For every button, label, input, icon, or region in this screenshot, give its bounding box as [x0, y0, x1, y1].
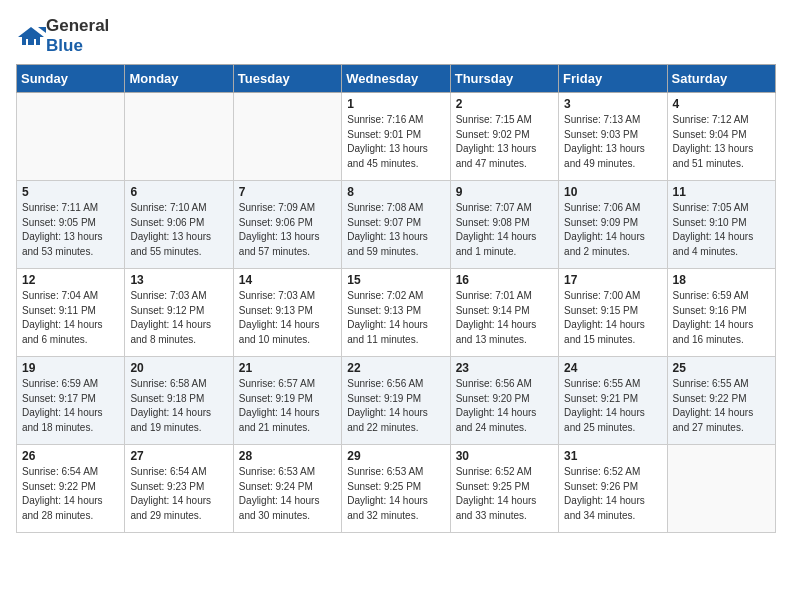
- day-number: 20: [130, 361, 227, 375]
- day-number: 5: [22, 185, 119, 199]
- logo: General Blue: [16, 16, 109, 56]
- calendar-week-row: 1Sunrise: 7:16 AM Sunset: 9:01 PM Daylig…: [17, 93, 776, 181]
- weekday-header-sunday: Sunday: [17, 65, 125, 93]
- calendar-cell: 25Sunrise: 6:55 AM Sunset: 9:22 PM Dayli…: [667, 357, 775, 445]
- day-info: Sunrise: 7:13 AM Sunset: 9:03 PM Dayligh…: [564, 113, 661, 171]
- day-info: Sunrise: 7:06 AM Sunset: 9:09 PM Dayligh…: [564, 201, 661, 259]
- day-info: Sunrise: 7:04 AM Sunset: 9:11 PM Dayligh…: [22, 289, 119, 347]
- weekday-header-friday: Friday: [559, 65, 667, 93]
- calendar-cell: 11Sunrise: 7:05 AM Sunset: 9:10 PM Dayli…: [667, 181, 775, 269]
- day-number: 29: [347, 449, 444, 463]
- day-number: 26: [22, 449, 119, 463]
- day-info: Sunrise: 6:54 AM Sunset: 9:23 PM Dayligh…: [130, 465, 227, 523]
- day-number: 22: [347, 361, 444, 375]
- calendar-cell: 9Sunrise: 7:07 AM Sunset: 9:08 PM Daylig…: [450, 181, 558, 269]
- day-number: 3: [564, 97, 661, 111]
- calendar-cell: [233, 93, 341, 181]
- day-info: Sunrise: 7:12 AM Sunset: 9:04 PM Dayligh…: [673, 113, 770, 171]
- day-info: Sunrise: 6:53 AM Sunset: 9:25 PM Dayligh…: [347, 465, 444, 523]
- day-number: 11: [673, 185, 770, 199]
- calendar-cell: 5Sunrise: 7:11 AM Sunset: 9:05 PM Daylig…: [17, 181, 125, 269]
- day-number: 10: [564, 185, 661, 199]
- day-info: Sunrise: 7:03 AM Sunset: 9:13 PM Dayligh…: [239, 289, 336, 347]
- weekday-header-saturday: Saturday: [667, 65, 775, 93]
- day-number: 27: [130, 449, 227, 463]
- day-number: 7: [239, 185, 336, 199]
- calendar-cell: [667, 445, 775, 533]
- day-number: 14: [239, 273, 336, 287]
- calendar-cell: 27Sunrise: 6:54 AM Sunset: 9:23 PM Dayli…: [125, 445, 233, 533]
- day-info: Sunrise: 6:54 AM Sunset: 9:22 PM Dayligh…: [22, 465, 119, 523]
- day-info: Sunrise: 6:59 AM Sunset: 9:16 PM Dayligh…: [673, 289, 770, 347]
- day-info: Sunrise: 6:52 AM Sunset: 9:26 PM Dayligh…: [564, 465, 661, 523]
- day-info: Sunrise: 7:16 AM Sunset: 9:01 PM Dayligh…: [347, 113, 444, 171]
- logo-icon: [16, 25, 46, 47]
- day-number: 4: [673, 97, 770, 111]
- day-info: Sunrise: 7:09 AM Sunset: 9:06 PM Dayligh…: [239, 201, 336, 259]
- day-info: Sunrise: 7:00 AM Sunset: 9:15 PM Dayligh…: [564, 289, 661, 347]
- logo-general-text: General: [46, 16, 109, 35]
- calendar-cell: 30Sunrise: 6:52 AM Sunset: 9:25 PM Dayli…: [450, 445, 558, 533]
- weekday-header-monday: Monday: [125, 65, 233, 93]
- day-number: 21: [239, 361, 336, 375]
- calendar-cell: 10Sunrise: 7:06 AM Sunset: 9:09 PM Dayli…: [559, 181, 667, 269]
- day-number: 31: [564, 449, 661, 463]
- day-info: Sunrise: 7:08 AM Sunset: 9:07 PM Dayligh…: [347, 201, 444, 259]
- day-info: Sunrise: 7:05 AM Sunset: 9:10 PM Dayligh…: [673, 201, 770, 259]
- calendar-week-row: 5Sunrise: 7:11 AM Sunset: 9:05 PM Daylig…: [17, 181, 776, 269]
- day-number: 13: [130, 273, 227, 287]
- page-header: General Blue: [16, 16, 776, 56]
- calendar-cell: 26Sunrise: 6:54 AM Sunset: 9:22 PM Dayli…: [17, 445, 125, 533]
- day-number: 25: [673, 361, 770, 375]
- calendar-cell: 12Sunrise: 7:04 AM Sunset: 9:11 PM Dayli…: [17, 269, 125, 357]
- calendar-cell: 4Sunrise: 7:12 AM Sunset: 9:04 PM Daylig…: [667, 93, 775, 181]
- calendar-cell: 13Sunrise: 7:03 AM Sunset: 9:12 PM Dayli…: [125, 269, 233, 357]
- calendar-cell: 16Sunrise: 7:01 AM Sunset: 9:14 PM Dayli…: [450, 269, 558, 357]
- calendar-cell: [17, 93, 125, 181]
- day-info: Sunrise: 6:57 AM Sunset: 9:19 PM Dayligh…: [239, 377, 336, 435]
- calendar-table: SundayMondayTuesdayWednesdayThursdayFrid…: [16, 64, 776, 533]
- day-info: Sunrise: 6:52 AM Sunset: 9:25 PM Dayligh…: [456, 465, 553, 523]
- calendar-cell: 3Sunrise: 7:13 AM Sunset: 9:03 PM Daylig…: [559, 93, 667, 181]
- day-number: 6: [130, 185, 227, 199]
- calendar-cell: 7Sunrise: 7:09 AM Sunset: 9:06 PM Daylig…: [233, 181, 341, 269]
- day-info: Sunrise: 7:15 AM Sunset: 9:02 PM Dayligh…: [456, 113, 553, 171]
- weekday-header-thursday: Thursday: [450, 65, 558, 93]
- day-number: 24: [564, 361, 661, 375]
- calendar-cell: 8Sunrise: 7:08 AM Sunset: 9:07 PM Daylig…: [342, 181, 450, 269]
- day-number: 12: [22, 273, 119, 287]
- day-info: Sunrise: 7:11 AM Sunset: 9:05 PM Dayligh…: [22, 201, 119, 259]
- day-number: 17: [564, 273, 661, 287]
- day-info: Sunrise: 7:10 AM Sunset: 9:06 PM Dayligh…: [130, 201, 227, 259]
- day-info: Sunrise: 7:03 AM Sunset: 9:12 PM Dayligh…: [130, 289, 227, 347]
- calendar-cell: 18Sunrise: 6:59 AM Sunset: 9:16 PM Dayli…: [667, 269, 775, 357]
- calendar-week-row: 19Sunrise: 6:59 AM Sunset: 9:17 PM Dayli…: [17, 357, 776, 445]
- day-info: Sunrise: 7:07 AM Sunset: 9:08 PM Dayligh…: [456, 201, 553, 259]
- day-info: Sunrise: 6:55 AM Sunset: 9:22 PM Dayligh…: [673, 377, 770, 435]
- day-number: 16: [456, 273, 553, 287]
- day-number: 18: [673, 273, 770, 287]
- day-info: Sunrise: 6:58 AM Sunset: 9:18 PM Dayligh…: [130, 377, 227, 435]
- calendar-cell: 17Sunrise: 7:00 AM Sunset: 9:15 PM Dayli…: [559, 269, 667, 357]
- calendar-cell: 24Sunrise: 6:55 AM Sunset: 9:21 PM Dayli…: [559, 357, 667, 445]
- calendar-cell: 19Sunrise: 6:59 AM Sunset: 9:17 PM Dayli…: [17, 357, 125, 445]
- weekday-header-wednesday: Wednesday: [342, 65, 450, 93]
- calendar-cell: 14Sunrise: 7:03 AM Sunset: 9:13 PM Dayli…: [233, 269, 341, 357]
- calendar-cell: 20Sunrise: 6:58 AM Sunset: 9:18 PM Dayli…: [125, 357, 233, 445]
- calendar-cell: 21Sunrise: 6:57 AM Sunset: 9:19 PM Dayli…: [233, 357, 341, 445]
- calendar-cell: 23Sunrise: 6:56 AM Sunset: 9:20 PM Dayli…: [450, 357, 558, 445]
- day-info: Sunrise: 7:01 AM Sunset: 9:14 PM Dayligh…: [456, 289, 553, 347]
- day-number: 9: [456, 185, 553, 199]
- calendar-cell: 29Sunrise: 6:53 AM Sunset: 9:25 PM Dayli…: [342, 445, 450, 533]
- weekday-header-row: SundayMondayTuesdayWednesdayThursdayFrid…: [17, 65, 776, 93]
- day-number: 23: [456, 361, 553, 375]
- day-info: Sunrise: 6:56 AM Sunset: 9:20 PM Dayligh…: [456, 377, 553, 435]
- day-number: 28: [239, 449, 336, 463]
- day-number: 15: [347, 273, 444, 287]
- day-info: Sunrise: 6:56 AM Sunset: 9:19 PM Dayligh…: [347, 377, 444, 435]
- calendar-cell: 31Sunrise: 6:52 AM Sunset: 9:26 PM Dayli…: [559, 445, 667, 533]
- calendar-cell: [125, 93, 233, 181]
- day-info: Sunrise: 6:53 AM Sunset: 9:24 PM Dayligh…: [239, 465, 336, 523]
- day-number: 30: [456, 449, 553, 463]
- day-number: 1: [347, 97, 444, 111]
